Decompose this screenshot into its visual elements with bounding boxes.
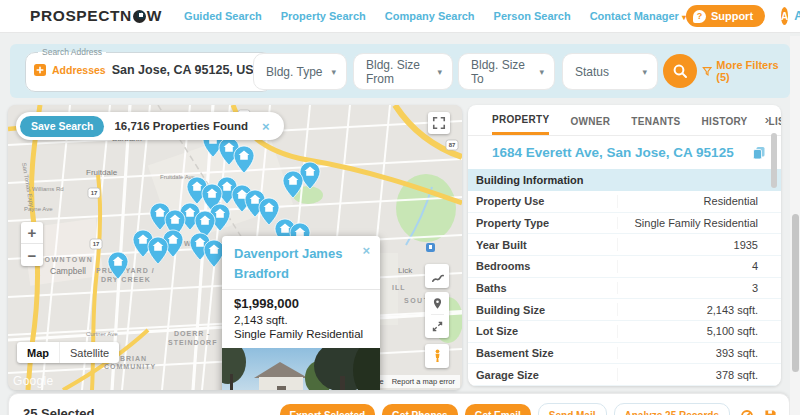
save-search-pill: Save Search 16,716 Properties Found ×: [16, 112, 284, 140]
street-view-photo: [222, 348, 380, 390]
draw-tool-button[interactable]: [425, 264, 449, 288]
nav-contact-manager[interactable]: Contact Manager▾: [590, 10, 686, 22]
map-type-map-button[interactable]: Map: [17, 342, 60, 363]
circle-slash-icon: [740, 409, 754, 415]
send-mail-button[interactable]: Send Mail: [538, 403, 607, 415]
building-information-header: Building Information: [468, 169, 781, 191]
row-label: Year Built: [476, 239, 527, 251]
reset-selection-button[interactable]: [740, 409, 754, 415]
owner-name-link[interactable]: Davenport James Bradford: [234, 244, 354, 283]
tab-owner[interactable]: OWNER: [570, 105, 610, 135]
tab-history[interactable]: HISTORY: [702, 105, 748, 135]
filter-label: Status: [575, 65, 609, 79]
expand-selection-button[interactable]: [431, 315, 444, 338]
search-icon: [672, 63, 688, 79]
nav-person-search[interactable]: Person Search: [494, 10, 571, 22]
row-value: 3: [752, 282, 758, 294]
tab-tenants[interactable]: TENANTS: [631, 105, 680, 135]
tabs-overflow-chevron[interactable]: ›: [765, 112, 769, 127]
addresses-icon: [34, 64, 46, 76]
map-type-satellite-button[interactable]: Satellite: [60, 342, 119, 363]
close-icon[interactable]: ×: [262, 120, 270, 133]
row-label: Property Use: [476, 195, 544, 207]
nav-company-search[interactable]: Company Search: [385, 10, 475, 22]
get-email-button[interactable]: Get Email: [465, 404, 531, 415]
account-menu[interactable]: Account ▾: [794, 9, 800, 23]
map-label: COMMUNITY: [104, 363, 156, 370]
map-label: ILL: [392, 284, 406, 291]
page-scrollbar-thumb[interactable]: [792, 214, 799, 372]
table-row: Lot Size5,100 sqft.: [468, 321, 781, 343]
row-label: Building Size: [476, 304, 545, 316]
caret-down-icon: ▾: [642, 67, 647, 77]
row-label: Basement Size: [476, 347, 554, 359]
filter-bldg-type[interactable]: Bldg. Type▾: [253, 53, 347, 90]
search-address-value[interactable]: San Jose, CA 95125, USA: [112, 63, 263, 77]
filter-status[interactable]: Status▾: [562, 53, 658, 90]
get-phones-button[interactable]: Get Phones: [382, 404, 458, 415]
row-value: Single Family Residential: [635, 217, 759, 229]
map-label: Curtner Ave: [86, 331, 118, 337]
tab-property[interactable]: PROPERTY: [492, 105, 549, 135]
row-label: Lot Size: [476, 325, 518, 337]
logo-eye-icon: [133, 10, 146, 23]
building-info-table: Property UseResidentialProperty TypeSing…: [468, 191, 781, 386]
expand-arrows-icon: [431, 320, 444, 333]
export-selected-button[interactable]: Export Selected: [280, 404, 376, 415]
copy-address-button[interactable]: [751, 145, 767, 161]
pegman-icon: [431, 348, 444, 364]
support-button[interactable]: ? Support: [686, 5, 765, 27]
account-label: Account: [794, 9, 800, 23]
table-row: Garage Size378 sqft.: [468, 364, 781, 386]
row-value: 5,100 sqft.: [707, 325, 758, 337]
more-filters-label: More Filters (5): [716, 59, 790, 83]
selected-count: 25 Selected: [23, 403, 95, 415]
filter-bldg-size-to[interactable]: Bldg. Size To▾: [458, 53, 555, 90]
save-search-button[interactable]: Save Search: [20, 116, 104, 137]
row-value: 378 sqft.: [716, 369, 758, 381]
filter-bldg-size-from[interactable]: Bldg. Size From▾: [353, 53, 453, 90]
popup-price: $1,998,000: [234, 296, 368, 311]
filter-funnel-icon: [702, 66, 712, 77]
row-value: 393 sqft.: [716, 347, 758, 359]
route-shield: 87: [446, 140, 458, 150]
zoom-out-button[interactable]: −: [21, 244, 43, 266]
transit-icon: [426, 243, 435, 252]
search-address-field[interactable]: Search Address Addresses San Jose, CA 95…: [25, 47, 272, 92]
zoom-in-button[interactable]: +: [21, 222, 43, 244]
close-icon[interactable]: ×: [362, 243, 370, 258]
panel-tabs: PROPERTYOWNERTENANTSHISTORYLISTING: [468, 105, 781, 136]
drop-pin-button[interactable]: [431, 292, 444, 315]
save-selection-button[interactable]: [764, 409, 777, 415]
map-label: DOWNTOWN: [38, 256, 93, 263]
map-zoom-control: + −: [21, 222, 43, 266]
filter-label: Bldg. Size From: [366, 58, 437, 86]
nav-property-search[interactable]: Property Search: [281, 10, 366, 22]
table-row: Basement Size393 sqft.: [468, 343, 781, 365]
map-label: Payne Ave: [24, 206, 53, 212]
more-filters-button[interactable]: More Filters (5): [702, 44, 790, 98]
analyze-25-records-button[interactable]: Analyze 25 Records: [614, 403, 731, 415]
property-detail-panel: PROPERTYOWNERTENANTSHISTORYLISTING › 168…: [468, 105, 781, 386]
svg-text:87: 87: [449, 142, 456, 148]
tab-listing[interactable]: LISTING: [769, 105, 781, 135]
map-tools-group: [425, 292, 449, 338]
caret-down-icon: ▾: [331, 67, 336, 77]
filter-label: Bldg. Size To: [471, 58, 539, 86]
prospectnow-logo: PROSPECTN W: [30, 7, 162, 25]
map-label: STEINDORF: [168, 339, 217, 346]
support-label: Support: [711, 10, 753, 22]
report-error-link[interactable]: Report a map error: [392, 377, 455, 386]
search-button[interactable]: [663, 54, 697, 88]
account-avatar[interactable]: A: [781, 7, 788, 25]
pegman-button[interactable]: [425, 344, 449, 368]
fullscreen-button[interactable]: [428, 112, 450, 134]
panel-scrollbar-thumb[interactable]: [771, 133, 777, 188]
svg-text:17: 17: [93, 241, 100, 247]
map[interactable]: BurbankSANLOSFruitdaleFruitdale AveSan T…: [8, 105, 462, 390]
main-nav: Guided SearchProperty SearchCompany Sear…: [184, 10, 686, 22]
caret-down-icon: ▾: [539, 67, 544, 77]
fullscreen-icon: [432, 116, 446, 130]
logo-text-end: W: [147, 7, 162, 25]
nav-guided-search[interactable]: Guided Search: [184, 10, 262, 22]
